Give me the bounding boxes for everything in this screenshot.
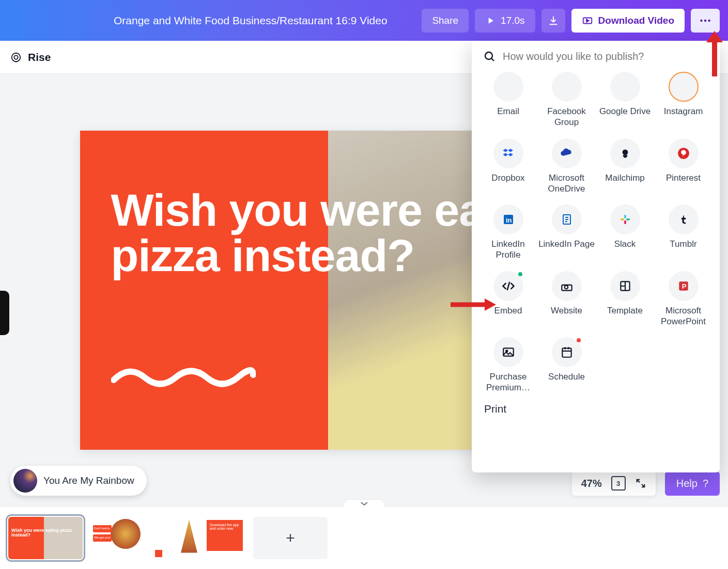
side-panel-handle[interactable] [0, 291, 9, 335]
plus-icon: + [286, 529, 295, 547]
squiggle-icon [111, 362, 256, 388]
svg-point-6 [485, 52, 492, 59]
thumbnail-3[interactable]: Download the app and order now. [172, 517, 246, 559]
help-button[interactable]: Help ? [665, 471, 720, 496]
powerpoint-icon: P [669, 271, 699, 301]
publish-label: Template [607, 305, 643, 327]
svg-point-3 [708, 19, 710, 21]
publish-label: Google Drive [599, 106, 650, 128]
svg-text:P: P [681, 282, 686, 290]
publish-label: Email [497, 106, 519, 128]
fullscreen-icon[interactable] [635, 478, 646, 489]
view-controls: 47% 3 [572, 471, 656, 496]
status-dot-icon [577, 338, 581, 342]
share-label: Share [432, 15, 458, 26]
thumbnail-1[interactable]: Wish you were eating pizza instead? [8, 517, 83, 559]
dropbox-icon [493, 138, 523, 168]
publish-dropbox[interactable]: Dropbox [480, 135, 536, 198]
svg-point-4 [12, 53, 21, 61]
video-icon [582, 15, 593, 26]
thumbnail-strip: Wish you were eating pizza instead? Don'… [0, 506, 728, 569]
svg-rect-14 [624, 220, 626, 224]
google-drive-icon [610, 72, 640, 102]
instagram-icon [669, 72, 699, 102]
publish-onedrive[interactable]: Microsoft OneDrive [538, 135, 595, 198]
chevron-down-icon [360, 501, 368, 506]
download-video-label: Download Video [598, 15, 674, 26]
publish-search-row [472, 41, 720, 67]
page-count-badge[interactable]: 3 [611, 476, 626, 491]
svg-rect-22 [562, 348, 571, 357]
svg-rect-13 [620, 218, 624, 220]
publish-linkedin-page[interactable]: LinkedIn Page [538, 201, 595, 264]
publish-facebook-group[interactable]: Facebook Group [538, 69, 595, 131]
thumb-text: Download the app and order now. [207, 520, 243, 551]
download-button[interactable] [541, 9, 565, 33]
thumb-chip: We got you! [93, 534, 112, 542]
publish-panel: Email Facebook Group Google Drive Instag… [472, 41, 720, 472]
slide-red-panel [80, 131, 328, 450]
top-bar: Orange and White Food Business/Restauran… [0, 0, 728, 41]
publish-powerpoint[interactable]: P Microsoft PowerPoint [655, 268, 711, 330]
dots-icon [699, 14, 712, 27]
pinterest-icon [669, 138, 699, 168]
play-duration-button[interactable]: 17.0s [475, 9, 535, 33]
svg-point-2 [704, 19, 706, 21]
help-label: Help [676, 478, 698, 489]
publish-grid: Email Facebook Group Google Drive Instag… [472, 67, 720, 397]
image-icon [493, 337, 523, 367]
publish-website[interactable]: Website [538, 268, 595, 330]
add-page-button[interactable]: + [253, 517, 328, 559]
audio-chip[interactable]: You Are My Rainbow [10, 466, 147, 496]
strip-collapse-handle[interactable] [344, 499, 385, 507]
download-video-button[interactable]: Download Video [571, 9, 685, 33]
svg-point-5 [14, 55, 18, 59]
publish-pinterest[interactable]: Pinterest [655, 135, 711, 198]
thumb-pizza [111, 519, 141, 549]
footer-controls: 47% 3 Help ? [572, 471, 720, 496]
thumb-slice [181, 520, 197, 553]
publish-purchase-premium[interactable]: Purchase Premium… [480, 334, 536, 397]
svg-text:in: in [506, 216, 512, 224]
publish-email[interactable]: Email [480, 69, 536, 131]
svg-rect-12 [624, 215, 626, 218]
publish-slack[interactable]: Slack [597, 201, 653, 264]
publish-label: Purchase Premium… [480, 371, 536, 393]
thumbnail-2[interactable]: Don't worry. We got you! [90, 517, 164, 559]
audio-track-label: You Are My Rainbow [43, 475, 134, 486]
svg-rect-15 [626, 218, 629, 220]
publish-linkedin-profile[interactable]: in LinkedIn Profile [480, 201, 536, 264]
publish-label: Mailchimp [605, 172, 645, 194]
publish-label: LinkedIn Page [538, 239, 595, 260]
publish-embed[interactable]: Embed [480, 268, 536, 330]
publish-label: Dropbox [491, 172, 524, 194]
tumblr-icon [669, 204, 699, 234]
publish-google-drive[interactable]: Google Drive [597, 69, 653, 131]
print-section-header: Print [472, 397, 720, 415]
publish-label: Website [551, 305, 582, 327]
linkedin-icon: in [493, 204, 523, 234]
slack-icon [610, 204, 640, 234]
publish-mailchimp[interactable]: Mailchimp [597, 135, 653, 198]
zoom-level[interactable]: 47% [581, 478, 602, 489]
publish-instagram[interactable]: Instagram [655, 69, 711, 131]
publish-label: Facebook Group [538, 106, 595, 128]
more-button[interactable] [691, 9, 720, 33]
document-title: Orange and White Food Business/Restauran… [114, 14, 415, 27]
publish-tumblr[interactable]: Tumblr [655, 201, 711, 264]
download-icon [548, 15, 559, 26]
status-dot-icon [518, 272, 522, 276]
thumb-chip: Don't worry. [93, 525, 112, 532]
publish-label: Embed [494, 305, 522, 327]
svg-point-1 [700, 19, 702, 21]
duration-label: 17.0s [501, 15, 524, 26]
publish-schedule[interactable]: Schedule [538, 334, 595, 397]
search-icon [483, 50, 495, 62]
share-button[interactable]: Share [422, 9, 469, 33]
email-icon [493, 72, 523, 102]
publish-template[interactable]: Template [597, 268, 653, 330]
brand-name: Rise [28, 51, 51, 64]
publish-label: Microsoft OneDrive [538, 172, 595, 195]
publish-search-input[interactable] [503, 51, 708, 62]
play-icon [485, 15, 495, 26]
